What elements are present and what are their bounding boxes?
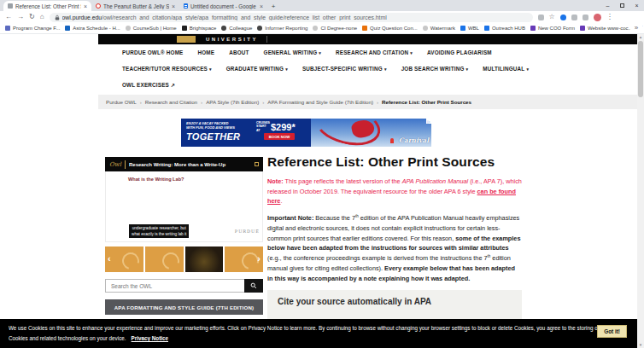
bookmark-label: Astra Schedule - H... bbox=[73, 26, 120, 31]
scrollbar-thumb[interactable] bbox=[638, 41, 643, 97]
video-carousel: ‹ › bbox=[105, 246, 263, 272]
tab-peanut-butter[interactable]: The Peanut Butter & Jelly Sandw × bbox=[91, 1, 179, 11]
purdue-logo bbox=[177, 36, 196, 43]
share-icon[interactable] bbox=[538, 14, 544, 20]
nav-row-1: PURDUE OWL® HOME HOME ABOUT GENERAL WRIT… bbox=[98, 44, 637, 61]
extensions-icon[interactable] bbox=[571, 14, 577, 20]
bookmark-item[interactable]: Website www-coc... bbox=[580, 26, 633, 31]
video-chapter-link[interactable]: What is the Writing Lab? bbox=[128, 177, 184, 182]
fullscreen-icon[interactable] bbox=[255, 162, 259, 166]
side-panel-icon[interactable] bbox=[583, 14, 588, 20]
bookmark-star-icon[interactable]: ☆ bbox=[549, 14, 555, 20]
nav-purdue-owl-home[interactable]: PURDUE OWL® HOME bbox=[122, 49, 184, 55]
maximize-button[interactable] bbox=[615, 0, 629, 11]
ad-headline: TOGETHER bbox=[186, 131, 256, 142]
bookmark-item[interactable]: Astra Schedule - H... bbox=[65, 26, 120, 31]
chevron-down-icon: ▾ bbox=[410, 50, 413, 55]
bookmark-label: Quiz Question Con... bbox=[370, 26, 418, 31]
url-omnibox[interactable]: owl.purdue.edu/owl/research_and_citation… bbox=[50, 13, 533, 22]
carousel-thumbnail[interactable] bbox=[145, 246, 184, 272]
roller-coaster-graphic bbox=[311, 119, 384, 147]
got-it-button[interactable]: Got it! bbox=[597, 325, 627, 338]
bookmark-item[interactable]: Program Change F... bbox=[5, 26, 60, 31]
breadcrumb-link[interactable]: APA Formatting and Style Guide (7th Edit… bbox=[267, 99, 373, 105]
reload-icon[interactable]: ↻ bbox=[29, 14, 35, 20]
bookmark-label: Colleague bbox=[229, 26, 252, 31]
bookmark-item[interactable]: New COO Form bbox=[530, 26, 575, 31]
minimize-button[interactable]: – bbox=[600, 0, 615, 11]
close-tab-icon[interactable]: × bbox=[84, 3, 87, 9]
search-input[interactable] bbox=[105, 279, 244, 293]
breadcrumb-current: Reference List: Other Print Sources bbox=[382, 99, 471, 105]
bookmark-item[interactable]: Brightspace bbox=[182, 26, 217, 31]
adchoices-icon[interactable]: ▷ bbox=[426, 119, 431, 124]
close-window-button[interactable]: × bbox=[629, 0, 644, 11]
home-icon[interactable]: ⌂ bbox=[40, 14, 44, 20]
breadcrumb-link[interactable]: APA Style (7th Edition) bbox=[206, 99, 259, 105]
scroll-up-icon[interactable]: ▴ bbox=[637, 34, 644, 40]
bookmark-label: Outreach HUB bbox=[492, 26, 525, 31]
tab-reference-list[interactable]: Reference List: Other Print Sour × bbox=[3, 1, 91, 11]
nav-about[interactable]: ABOUT bbox=[229, 49, 249, 55]
scroll-down-icon[interactable]: ▾ bbox=[637, 342, 644, 348]
nav-row-2: TEACHER/TUTOR RESOURCES▾ GRADUATE WRITIN… bbox=[98, 61, 637, 77]
tab-title: The Peanut Butter & Jelly Sandw bbox=[103, 3, 169, 9]
sync-status-icon[interactable] bbox=[560, 14, 566, 20]
nav-label: HOME bbox=[198, 49, 215, 55]
profile-avatar[interactable] bbox=[594, 14, 601, 21]
scrollbar[interactable]: ▴ ▾ bbox=[637, 34, 644, 348]
close-tab-icon[interactable]: × bbox=[260, 3, 263, 9]
bookmark-item[interactable]: Quiz Question Con... bbox=[362, 26, 418, 31]
carousel-thumbnail[interactable]: › bbox=[225, 246, 263, 272]
page-title: Reference List: Other Print Sources bbox=[267, 154, 522, 170]
nav-general-writing[interactable]: GENERAL WRITING▾ bbox=[264, 49, 321, 55]
tab-untitled-document[interactable]: Untitled document - Google Do × bbox=[179, 1, 267, 11]
note-text: . bbox=[280, 197, 282, 205]
close-tab-icon[interactable]: × bbox=[172, 3, 175, 9]
chevron-left-icon[interactable]: ‹ bbox=[108, 253, 111, 264]
bookmark-item[interactable]: Colleague bbox=[221, 26, 252, 31]
chevron-right-icon[interactable]: › bbox=[257, 253, 261, 264]
nav-job-search-writing[interactable]: JOB SEARCH WRITING▾ bbox=[401, 66, 469, 72]
bookmark-favicon bbox=[182, 26, 187, 31]
book-now-button[interactable]: BOOK NOW bbox=[264, 133, 295, 140]
url-text: owl.purdue.edu/owl/research_and_citation… bbox=[62, 14, 387, 20]
nav-avoiding-plagiarism[interactable]: AVOIDING PLAGIARISM bbox=[427, 49, 492, 55]
note-text: This page reflects the latest version of… bbox=[284, 177, 402, 185]
nav-teacher-tutor-resources[interactable]: TEACHER/TUTOR RESOURCES▾ bbox=[122, 66, 212, 72]
carousel-thumbnail[interactable] bbox=[185, 246, 224, 272]
nav-research-and-citation[interactable]: RESEARCH AND CITATION▾ bbox=[336, 49, 413, 55]
bookmark-item[interactable]: Informer Reporting bbox=[257, 26, 307, 31]
forward-icon[interactable]: → bbox=[17, 14, 24, 20]
bookmark-item[interactable]: CourseSub | Home bbox=[126, 26, 177, 31]
globe-icon bbox=[221, 26, 226, 31]
chevron-down-icon: ▾ bbox=[209, 67, 212, 72]
privacy-notice-link[interactable]: Privacy Notice bbox=[132, 335, 168, 341]
breadcrumb-link[interactable]: Research and Citation bbox=[145, 99, 197, 105]
bookmarks-bar: Program Change F... Astra Schedule - H..… bbox=[0, 23, 644, 34]
bookmark-favicon bbox=[313, 26, 318, 31]
bookmark-favicon bbox=[580, 26, 585, 31]
nav-owl-exercises[interactable]: OWL EXERCISES↗ bbox=[122, 82, 175, 88]
bookmarks-overflow-icon[interactable]: » bbox=[630, 23, 642, 33]
ad-price: $299* bbox=[271, 122, 296, 132]
search-button[interactable] bbox=[244, 279, 263, 293]
ad-offer-row: CRUISESSTART AT $299* bbox=[256, 121, 311, 132]
bookmark-item[interactable]: CI Degree-none bbox=[313, 26, 357, 31]
nav-graduate-writing[interactable]: GRADUATE WRITING▾ bbox=[226, 66, 288, 72]
back-icon[interactable]: ← bbox=[5, 14, 12, 20]
carnival-ad-banner[interactable]: ENJOY A VACAY PACKED WITH FUN, FOOD AND … bbox=[181, 119, 431, 147]
bookmark-item[interactable]: WBL bbox=[460, 26, 479, 31]
bookmark-item[interactable]: Watermark bbox=[423, 26, 455, 31]
bookmark-label: New COO Form bbox=[538, 26, 575, 31]
bookmark-item[interactable]: Outreach HUB bbox=[484, 26, 525, 31]
nav-subject-specific-writing[interactable]: SUBJECT-SPECIFIC WRITING▾ bbox=[302, 66, 387, 72]
video-player[interactable]: What is the Writing Lab? undergraduate r… bbox=[105, 171, 263, 242]
nav-multilingual[interactable]: MULTILINGUAL▾ bbox=[483, 66, 529, 72]
new-tab-button[interactable]: + bbox=[267, 1, 279, 11]
kebab-menu-icon[interactable]: ⋮ bbox=[606, 14, 613, 20]
nav-home[interactable]: HOME bbox=[198, 49, 215, 55]
university-header-bar: UNIVERSITY bbox=[98, 34, 637, 44]
breadcrumb-link[interactable]: Purdue OWL bbox=[106, 99, 137, 105]
carousel-thumbnail[interactable]: ‹ bbox=[105, 246, 143, 272]
